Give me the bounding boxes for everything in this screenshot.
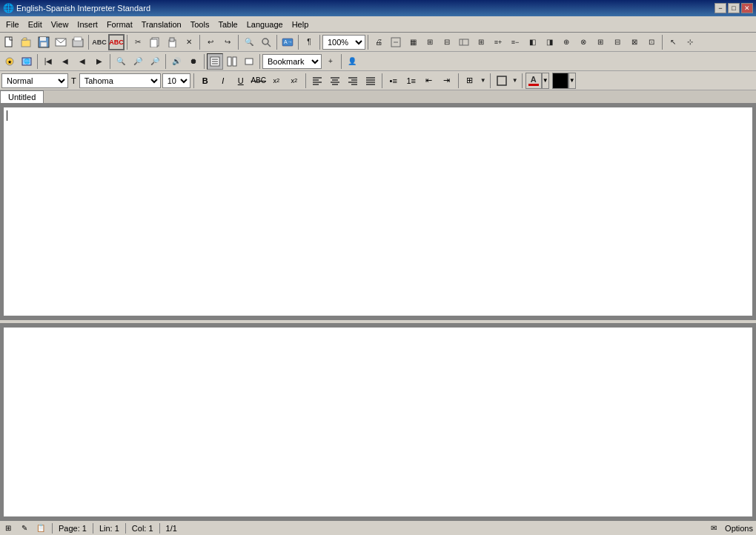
tb2-nav-prev[interactable]: ◀ bbox=[57, 53, 73, 70]
minimize-button[interactable]: − bbox=[714, 3, 726, 13]
tb-extra14[interactable]: ⊟ bbox=[609, 34, 626, 50]
spell2-button[interactable]: ABC bbox=[108, 34, 125, 50]
table-dropdown[interactable]: ▼ bbox=[480, 73, 487, 89]
zoom-select[interactable]: 100% 75% 150% 200% bbox=[322, 35, 365, 50]
bg-color-button[interactable] bbox=[552, 73, 568, 89]
delete-button[interactable]: ✕ bbox=[181, 34, 197, 50]
maximize-button[interactable]: □ bbox=[728, 3, 740, 13]
tb2-view2[interactable] bbox=[224, 53, 240, 70]
tb-extra9[interactable]: ◧ bbox=[524, 34, 540, 50]
tb-extra10[interactable]: ◨ bbox=[541, 34, 557, 50]
close-button[interactable]: ✕ bbox=[741, 3, 753, 13]
tb2-nav-last[interactable]: ▶ bbox=[91, 53, 107, 70]
tb2-nav-next[interactable]: ◀ bbox=[74, 53, 90, 70]
tb2-view1[interactable] bbox=[207, 53, 223, 70]
style-select[interactable]: Normal bbox=[1, 73, 68, 88]
tb2-1[interactable]: ★ bbox=[1, 53, 18, 70]
font-size-select[interactable]: 10 8 12 14 bbox=[162, 73, 190, 88]
tb2-search1[interactable]: 🔍 bbox=[113, 53, 129, 70]
underline-button[interactable]: U bbox=[233, 73, 249, 89]
pane-divider[interactable] bbox=[0, 319, 756, 324]
format-para-button[interactable]: ¶ bbox=[301, 34, 317, 50]
tb-select[interactable]: ⊹ bbox=[682, 34, 698, 50]
document-tab-untitled[interactable]: Untitled bbox=[0, 90, 44, 103]
strikethrough-button[interactable]: ABC bbox=[251, 73, 267, 89]
tb-extra12[interactable]: ⊗ bbox=[575, 34, 591, 50]
tb2-view3[interactable] bbox=[241, 53, 257, 70]
menu-view[interactable]: View bbox=[47, 16, 73, 32]
tb-extra13[interactable]: ⊞ bbox=[592, 34, 609, 50]
paste-button[interactable] bbox=[164, 34, 180, 50]
font-color-button[interactable]: A bbox=[525, 73, 542, 89]
tb-extra16[interactable]: ⊡ bbox=[643, 34, 660, 50]
menu-format[interactable]: Format bbox=[102, 16, 137, 32]
tb-extra15[interactable]: ⊠ bbox=[626, 34, 643, 50]
sep5 bbox=[276, 35, 277, 50]
tb-extra2[interactable]: ▦ bbox=[405, 34, 421, 50]
align-center-button[interactable] bbox=[327, 73, 343, 89]
align-right-button[interactable] bbox=[345, 73, 361, 89]
tb2-2[interactable]: 🌐 bbox=[19, 53, 35, 70]
status-options[interactable]: Options bbox=[725, 524, 753, 533]
add-bookmark-button[interactable]: + bbox=[322, 53, 339, 70]
tb-extra8[interactable]: ≡− bbox=[507, 34, 523, 50]
print-preview-button[interactable] bbox=[70, 34, 86, 50]
outdent-button[interactable]: ⇤ bbox=[421, 73, 437, 89]
tb2-user[interactable]: 👤 bbox=[344, 53, 360, 70]
email-button[interactable] bbox=[53, 34, 69, 50]
menu-table[interactable]: Table bbox=[213, 16, 242, 32]
sep-tb2-5 bbox=[259, 54, 260, 69]
font-color-dropdown[interactable]: ▼ bbox=[542, 73, 549, 89]
num-list-button[interactable]: 1≡ bbox=[403, 73, 420, 89]
bullet-list-button[interactable]: •≡ bbox=[385, 73, 402, 89]
cut-button[interactable]: ✂ bbox=[130, 34, 146, 50]
translate-button[interactable]: A→ bbox=[279, 34, 296, 50]
menu-file[interactable]: File bbox=[1, 16, 24, 32]
tb-extra4[interactable]: ⊟ bbox=[439, 34, 455, 50]
justify-button[interactable] bbox=[362, 73, 379, 89]
open-button[interactable] bbox=[19, 34, 35, 50]
document-pane-top[interactable] bbox=[3, 107, 753, 316]
subscript-button[interactable]: x2 bbox=[268, 73, 285, 89]
format-bar: Normal T Tahoma Arial Times New Roman 10… bbox=[0, 71, 756, 90]
align-left-button[interactable] bbox=[309, 73, 325, 89]
undo-button[interactable]: ↩ bbox=[202, 34, 219, 50]
tb2-search2[interactable]: 🔎 bbox=[130, 53, 146, 70]
tb2-audio[interactable]: 🔊 bbox=[168, 53, 185, 70]
tb-extra3[interactable]: ⊞ bbox=[422, 34, 438, 50]
tb2-search3[interactable]: 🔎 bbox=[147, 53, 163, 70]
indent-button[interactable]: ⇥ bbox=[439, 73, 455, 89]
border-button[interactable] bbox=[494, 73, 510, 89]
new-button[interactable] bbox=[1, 34, 18, 50]
table-button[interactable]: ⊞ bbox=[462, 73, 478, 89]
menu-translation[interactable]: Translation bbox=[137, 16, 186, 32]
menu-insert[interactable]: Insert bbox=[73, 16, 102, 32]
tb2-nav-first[interactable]: |◀ bbox=[40, 53, 56, 70]
italic-button[interactable]: I bbox=[215, 73, 231, 89]
tb-cursor[interactable]: ↖ bbox=[665, 34, 681, 50]
find-button[interactable]: 🔍 bbox=[241, 34, 257, 50]
font-select[interactable]: Tahoma Arial Times New Roman bbox=[79, 73, 161, 88]
tb-extra11[interactable]: ⊕ bbox=[558, 34, 574, 50]
tb-extra5[interactable] bbox=[456, 34, 472, 50]
print-button[interactable]: 🖨 bbox=[371, 34, 387, 50]
find2-button[interactable] bbox=[258, 34, 274, 50]
document-pane-bottom[interactable] bbox=[3, 327, 753, 517]
menu-help[interactable]: Help bbox=[288, 16, 314, 32]
bold-button[interactable]: B bbox=[197, 73, 213, 89]
menu-language[interactable]: Language bbox=[242, 16, 288, 32]
tb2-record[interactable]: ⏺ bbox=[185, 53, 202, 70]
tb-extra7[interactable]: ≡+ bbox=[490, 34, 506, 50]
menu-tools[interactable]: Tools bbox=[186, 16, 214, 32]
copy-button[interactable] bbox=[147, 34, 163, 50]
superscript-button[interactable]: x2 bbox=[286, 73, 302, 89]
bg-color-dropdown[interactable]: ▼ bbox=[568, 73, 576, 89]
tb-extra1[interactable] bbox=[388, 34, 404, 50]
menu-edit[interactable]: Edit bbox=[24, 16, 47, 32]
check-spelling-button[interactable]: ABC bbox=[91, 34, 107, 50]
redo-button[interactable]: ↪ bbox=[219, 34, 236, 50]
save-button[interactable] bbox=[36, 34, 52, 50]
border-dropdown[interactable]: ▼ bbox=[511, 73, 519, 89]
bookmark-select[interactable]: Bookmark bbox=[262, 54, 322, 69]
tb-extra6[interactable]: ⊞ bbox=[473, 34, 489, 50]
